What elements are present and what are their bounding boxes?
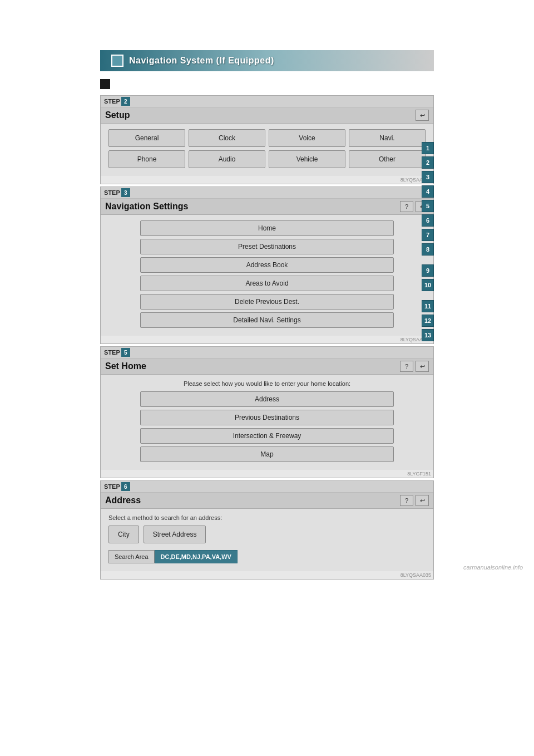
step6-title: Address <box>105 495 141 505</box>
footer-watermark: carmanualsonline.info <box>463 564 523 571</box>
step5-title: Set Home <box>105 361 146 371</box>
step6-body: Select a method to search for an address… <box>101 509 433 571</box>
step2-body: General Clock Voice Navi. Phone Audio Ve… <box>101 124 433 176</box>
badge-8: 8 <box>422 243 434 256</box>
home-address-btn[interactable]: Address <box>140 391 394 407</box>
step6-panel: STEP 6 Address Select a method to search… <box>100 480 434 580</box>
step2-title: Setup <box>105 110 130 120</box>
setup-vehicle-btn[interactable]: Vehicle <box>269 150 345 168</box>
address-desc: Select a method to search for an address… <box>108 514 426 521</box>
badge-13: 13 <box>422 329 434 341</box>
step6-label: STEP 6 <box>101 481 433 493</box>
setup-other-btn[interactable]: Other <box>349 150 426 168</box>
badge-3: 3 <box>422 171 434 183</box>
step6-watermark: 8LYQSAA035 <box>101 571 433 579</box>
setup-navi-btn[interactable]: Navi. <box>349 129 426 147</box>
set-home-list: Address Previous Destinations Intersecti… <box>108 391 426 462</box>
step6-num: 6 <box>121 482 130 491</box>
home-prev-dest-btn[interactable]: Previous Destinations <box>140 410 394 425</box>
city-btn[interactable]: City <box>108 526 139 543</box>
badge-10: 10 <box>422 279 434 291</box>
step6-titlebar: Address <box>101 493 433 509</box>
step5-watermark: 8LYGF151 <box>101 470 433 478</box>
badge-11: 11 <box>422 300 434 312</box>
badge-1: 1 <box>422 142 434 154</box>
step5-body: Please select how you would like to ente… <box>101 375 433 470</box>
step3-label: STEP 3 <box>101 187 433 199</box>
step5-num: 5 <box>121 348 130 357</box>
step5-controls <box>400 361 429 372</box>
step3-titlebar: Navigation Settings <box>101 199 433 215</box>
home-map-btn[interactable]: Map <box>140 446 394 462</box>
badge-6: 6 <box>422 214 434 227</box>
search-area-row: Search Area DC,DE,MD,NJ,PA,VA,WV <box>108 550 426 563</box>
step2-text: STEP <box>104 98 120 105</box>
nav-detailed-btn[interactable]: Detailed Navi. Settings <box>140 312 394 328</box>
step3-text: STEP <box>104 189 120 196</box>
right-badges: 1 2 3 4 5 6 7 8 9 10 11 12 13 <box>422 142 434 341</box>
nav-settings-list: Home Preset Destinations Address Book Ar… <box>108 220 426 328</box>
step6-help-btn[interactable] <box>400 495 413 506</box>
step5-back-btn[interactable] <box>416 361 429 372</box>
badge-7: 7 <box>422 229 434 241</box>
page-header: Navigation System (If Equipped) <box>100 50 434 71</box>
nav-areas-btn[interactable]: Areas to Avoid <box>140 276 394 291</box>
step3-panel: STEP 3 Navigation Settings Home Preset D… <box>100 186 434 344</box>
setup-phone-btn[interactable]: Phone <box>108 150 185 168</box>
section-bullet <box>100 79 110 89</box>
step2-controls <box>416 110 429 121</box>
nav-addressbook-btn[interactable]: Address Book <box>140 257 394 273</box>
search-area-value: DC,DE,MD,NJ,PA,VA,WV <box>155 550 238 563</box>
step5-panel: STEP 5 Set Home Please select how you wo… <box>100 346 434 478</box>
badge-4: 4 <box>422 185 434 198</box>
step2-label: STEP 2 <box>101 96 433 107</box>
nav-delete-btn[interactable]: Delete Previous Dest. <box>140 294 394 310</box>
step5-help-btn[interactable] <box>400 361 413 372</box>
step2-titlebar: Setup <box>101 107 433 124</box>
step3-title: Navigation Settings <box>105 202 188 212</box>
setup-voice-btn[interactable]: Voice <box>269 129 345 147</box>
setup-audio-btn[interactable]: Audio <box>189 150 265 168</box>
step3-help-btn[interactable] <box>400 201 413 212</box>
panels-container: STEP 2 Setup General Clock Voice Navi. P… <box>100 95 434 582</box>
step6-text: STEP <box>104 483 120 490</box>
badge-9: 9 <box>422 264 434 277</box>
step5-titlebar: Set Home <box>101 359 433 375</box>
search-area-label[interactable]: Search Area <box>108 550 155 563</box>
step5-label: STEP 5 <box>101 347 433 359</box>
step3-num: 3 <box>121 188 130 197</box>
step2-panel: STEP 2 Setup General Clock Voice Navi. P… <box>100 95 434 184</box>
step2-num: 2 <box>121 97 130 106</box>
step3-body: Home Preset Destinations Address Book Ar… <box>101 215 433 336</box>
badge-12: 12 <box>422 315 434 327</box>
step2-watermark: 8LYQSAA033 <box>101 176 433 184</box>
home-intersection-btn[interactable]: Intersection & Freeway <box>140 428 394 444</box>
address-search-row: City Street Address <box>108 526 426 543</box>
step6-back-btn[interactable] <box>416 495 429 506</box>
nav-preset-btn[interactable]: Preset Destinations <box>140 239 394 254</box>
badge-2: 2 <box>422 156 434 169</box>
setup-grid-row1: General Clock Voice Navi. Phone Audio Ve… <box>108 129 426 168</box>
street-address-btn[interactable]: Street Address <box>144 526 206 543</box>
setup-clock-btn[interactable]: Clock <box>189 129 265 147</box>
step2-back-btn[interactable] <box>416 110 429 121</box>
nav-icon <box>111 55 123 67</box>
setup-general-btn[interactable]: General <box>108 129 185 147</box>
step3-watermark: 8LYQSAA034 <box>101 336 433 343</box>
set-home-desc: Please select how you would like to ente… <box>108 380 426 387</box>
badge-5: 5 <box>422 200 434 212</box>
step5-text: STEP <box>104 349 120 356</box>
page-title: Navigation System (If Equipped) <box>129 56 274 66</box>
nav-home-btn[interactable]: Home <box>140 220 394 236</box>
step6-controls <box>400 495 429 506</box>
